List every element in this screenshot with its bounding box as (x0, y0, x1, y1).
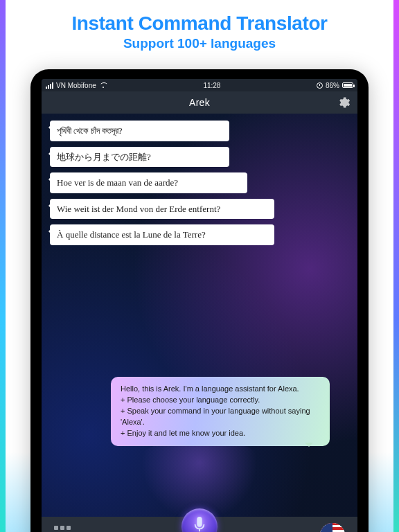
app-header: Arek (42, 91, 357, 114)
answer-line: + Enjoy it and let me know your idea. (121, 428, 320, 439)
alarm-icon (317, 82, 323, 89)
wifi-icon (99, 82, 107, 89)
message-list: পৃথিবী থেকে চাঁদ কতদূর? 地球から月までの距離? Hoe … (42, 114, 357, 245)
answer-line: Hello, this is Arek. I'm a language assi… (121, 384, 320, 395)
carrier-label: VN Mobifone (56, 82, 96, 89)
gear-icon (337, 100, 351, 112)
message-bubble: À quelle distance est la Lune de la Terr… (50, 224, 274, 245)
message-bubble: Hoe ver is de maan van de aarde? (50, 172, 247, 193)
promo-left-edge (0, 0, 6, 532)
battery-pct: 86% (326, 82, 339, 89)
promo-title: Instant Command Translator (0, 0, 399, 35)
signal-icon (46, 82, 53, 89)
mic-button[interactable] (181, 508, 218, 532)
message-bubble: 地球から月までの距離? (50, 147, 229, 168)
promo-right-edge (393, 0, 399, 532)
battery-icon (342, 82, 353, 88)
message-bubble: Wie weit ist der Mond von der Erde entfe… (50, 199, 274, 220)
settings-button[interactable] (337, 96, 351, 109)
page-title: Arek (189, 97, 210, 108)
status-bar: VN Mobifone 11:28 86% (42, 79, 357, 91)
message-bubble: পৃথিবী থেকে চাঁদ কতদূর? (50, 121, 229, 141)
language-flag-button[interactable] (320, 523, 345, 532)
mic-icon (192, 516, 207, 532)
answer-line: + Please choose your language correctly. (121, 395, 320, 406)
tablet-frame: VN Mobifone 11:28 86% Arek পৃথিবী থেকে চ… (30, 69, 369, 532)
assistant-answer: Hello, this is Arek. I'm a language assi… (111, 377, 330, 446)
answer-line: + Speak your command in your language wi… (121, 406, 320, 428)
app-screen: VN Mobifone 11:28 86% Arek পৃথিবী থেকে চ… (42, 79, 357, 532)
clock-label: 11:28 (203, 82, 220, 89)
apps-grid-button[interactable] (54, 526, 73, 532)
promo-subtitle: Support 100+ languages (0, 36, 399, 51)
bottom-bar (42, 517, 357, 532)
